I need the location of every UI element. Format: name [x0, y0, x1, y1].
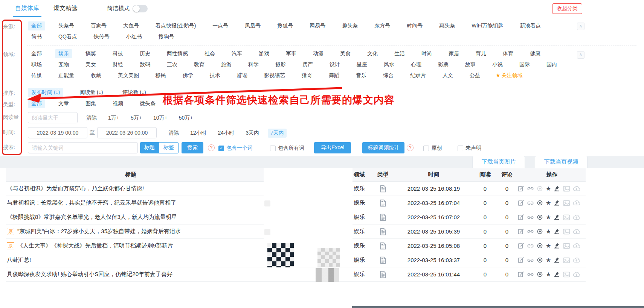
note-edit-icon[interactable] — [518, 228, 524, 235]
time-option[interactable]: 24小时 — [215, 129, 237, 138]
source-chip[interactable]: 东方号 — [371, 21, 394, 30]
stamp-download-icon[interactable] — [554, 243, 560, 249]
read-count-input[interactable] — [28, 112, 78, 123]
field-chip[interactable]: 三农 — [163, 60, 181, 69]
target-icon[interactable] — [537, 185, 543, 192]
search-input[interactable] — [28, 142, 138, 153]
export-excel-button[interactable]: 导出Excel — [314, 142, 351, 153]
title-word-frequency-button[interactable]: 标题词频统计 — [362, 142, 404, 153]
collapse-source-icon[interactable]: ∧ — [577, 23, 584, 30]
checkbox-icon[interactable] — [270, 146, 276, 151]
sort-chip[interactable]: 评论数 (↓) — [119, 88, 149, 97]
field-chip[interactable]: 军事 — [282, 49, 300, 58]
row-title[interactable]: 原《人生大事》《神探大战》先后撤档，清明节档期还剩9部新片 — [6, 242, 258, 249]
field-chip[interactable]: 房产 — [299, 60, 316, 69]
read-count-option[interactable]: 5万+ — [128, 114, 145, 123]
stamp-download-icon[interactable] — [554, 257, 560, 263]
link-icon[interactable] — [527, 200, 534, 206]
cloud-download-icon[interactable] — [573, 214, 580, 220]
simple-mode-toggle[interactable] — [133, 5, 148, 12]
image-icon[interactable] — [563, 257, 570, 263]
star-icon[interactable]: ★ — [546, 229, 551, 235]
target-icon[interactable] — [537, 228, 543, 235]
star-icon[interactable]: ★ — [546, 243, 551, 249]
note-edit-icon[interactable] — [518, 257, 524, 263]
time-clear[interactable]: 清除 — [166, 129, 182, 138]
field-chip[interactable]: 国际 — [516, 60, 533, 69]
note-edit-icon[interactable] — [518, 185, 524, 192]
help-icon[interactable]: ? — [407, 144, 414, 151]
field-chip[interactable]: 职场 — [28, 60, 45, 69]
field-chip[interactable]: 心理 — [407, 60, 425, 69]
type-chip[interactable]: 微头条 — [136, 99, 159, 108]
sort-chip[interactable]: 阅读量 (↓) — [76, 88, 106, 97]
field-chip[interactable]: 健康 — [526, 49, 544, 58]
field-chip[interactable]: 移民 — [152, 71, 169, 80]
source-chip[interactable]: 趣头条 — [339, 21, 361, 30]
checkbox-icon[interactable] — [423, 146, 429, 151]
field-chip[interactable]: 数码 — [136, 60, 154, 69]
field-chip[interactable]: 影视综艺 — [261, 71, 288, 80]
field-chip[interactable]: 家居 — [445, 49, 462, 58]
target-icon[interactable] — [537, 257, 543, 263]
field-chip[interactable]: 纪录片 — [407, 71, 429, 80]
field-chip[interactable]: 全部 — [28, 49, 45, 58]
star-icon[interactable]: ★ — [546, 257, 551, 263]
tab-media-library[interactable]: 自媒体库 — [15, 5, 39, 12]
checkbox-icon[interactable] — [458, 146, 463, 151]
checkbox-checked-icon[interactable] — [218, 146, 224, 151]
field-chip[interactable]: 传媒 — [28, 71, 45, 80]
field-chip[interactable]: 故事 — [462, 60, 479, 69]
cloud-download-icon[interactable] — [573, 229, 580, 234]
field-chip[interactable]: 娱乐 — [55, 49, 72, 58]
star-icon[interactable]: ★ — [546, 200, 551, 206]
link-icon[interactable] — [527, 271, 534, 278]
note-edit-icon[interactable] — [518, 214, 524, 220]
link-icon[interactable] — [527, 185, 534, 192]
field-chip[interactable]: 猎奇 — [298, 71, 316, 80]
read-count-clear[interactable]: 清除 — [84, 114, 99, 123]
source-chip[interactable]: 时间号 — [403, 21, 426, 30]
field-chip[interactable]: 小说 — [489, 60, 506, 69]
link-icon[interactable] — [527, 214, 534, 221]
field-chip[interactable]: 风水 — [380, 60, 398, 69]
row-title[interactable]: 具俊晔深夜发文求助! 贴心举动引小S回应，仍铭记20年前妻子喜好 — [6, 271, 258, 278]
field-chip[interactable]: 文化 — [364, 49, 381, 58]
field-chip[interactable]: 体育 — [499, 49, 517, 58]
field-chip[interactable]: 历史 — [136, 49, 154, 58]
cloud-download-icon[interactable] — [573, 243, 580, 249]
search-button[interactable]: 搜索 — [182, 142, 203, 153]
field-chip[interactable]: 美食 — [337, 49, 354, 58]
time-option[interactable]: 12小时 — [188, 129, 209, 138]
sort-chip[interactable]: 发布时间 (↓) — [28, 88, 63, 97]
field-chip[interactable]: 动漫 — [310, 49, 327, 58]
source-chip[interactable]: 看点快报(企鹅号) — [152, 21, 199, 30]
target-icon[interactable] — [537, 243, 543, 249]
image-icon[interactable] — [563, 214, 570, 220]
field-chip[interactable]: 音乐 — [353, 71, 370, 80]
field-chip[interactable]: 技术 — [206, 71, 224, 80]
field-chip[interactable]: 综合 — [380, 71, 397, 80]
download-page-videos-button[interactable]: 下载当页视频 — [535, 156, 588, 168]
field-chip[interactable]: 社会 — [201, 49, 218, 58]
undeclared-option[interactable]: 未声明 — [458, 145, 481, 152]
source-chip[interactable]: 快传号 — [90, 32, 113, 41]
stamp-download-icon[interactable] — [554, 185, 560, 192]
read-count-option[interactable]: 1万+ — [105, 114, 122, 123]
field-chip[interactable]: 生活 — [391, 49, 408, 58]
row-title[interactable]: 《极限挑战8》常驻嘉宾名单曝光，老人仅留3人，新人均为流量明星 — [6, 214, 258, 221]
source-chip[interactable]: 简书 — [28, 32, 45, 41]
field-chip[interactable]: 汽车 — [228, 49, 246, 58]
download-page-images-button[interactable]: 下载当页图片 — [472, 156, 525, 168]
image-icon[interactable] — [563, 243, 570, 249]
field-chip[interactable]: 设计 — [326, 60, 343, 69]
field-chip[interactable]: 舞蹈 — [325, 71, 343, 80]
field-chip[interactable]: 美女 — [82, 60, 99, 69]
field-chip[interactable]: 公益 — [466, 71, 484, 80]
original-option[interactable]: 原创 — [423, 145, 442, 152]
cloud-download-icon[interactable] — [573, 200, 580, 206]
image-icon[interactable] — [563, 272, 570, 278]
source-chip[interactable]: 小红书 — [123, 32, 145, 41]
source-chip[interactable]: 网易号 — [306, 21, 329, 30]
note-edit-icon[interactable] — [518, 271, 524, 278]
